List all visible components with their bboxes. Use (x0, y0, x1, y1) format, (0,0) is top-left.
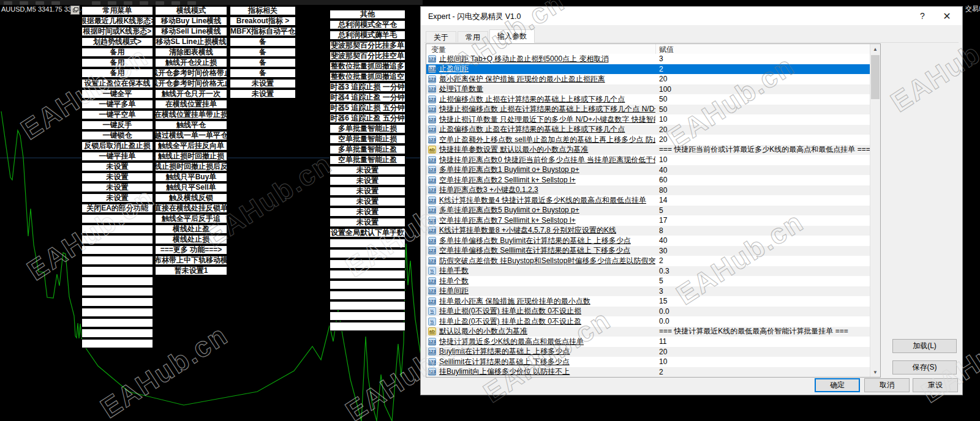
parameter-row[interactable]: 123挂Buylimit向上偏移多少价位 以防挂不上2 (426, 367, 870, 378)
parameter-value[interactable]: 11 (655, 337, 870, 346)
help-icon[interactable]: ? (911, 7, 934, 25)
menu-item-empty[interactable] (81, 287, 153, 296)
menu-item[interactable]: 越过横线一单一单平仓 (155, 131, 227, 140)
scrollbar-thumb[interactable] (871, 55, 880, 99)
parameter-row[interactable]: 123空单止盈额外上移点数 sell单止盈加点差的基础上再上移多少点 防止平台恶… (426, 135, 870, 145)
menu-item[interactable]: 触线开仓参考时间价格带止损 (155, 69, 227, 78)
menu-item[interactable]: 时器6 追踪止盈 五分钟 (330, 114, 405, 123)
menu-item-empty[interactable] (81, 266, 153, 275)
parameter-row[interactable]: 123止损间距 Tab+Q 移动止盈止损到5000点上 变相取消3 (426, 54, 870, 64)
parameter-value[interactable]: 40 (655, 166, 870, 174)
menu-item-empty[interactable] (330, 280, 405, 289)
ok-button[interactable]: 确定 (815, 378, 860, 392)
reset-button[interactable]: 重设 (913, 378, 958, 392)
menu-item-empty[interactable] (81, 297, 153, 307)
menu-item[interactable]: 未设置 (81, 173, 153, 182)
menu-item[interactable]: 多单批量智能止盈 (330, 145, 405, 154)
menu-item-empty[interactable] (81, 329, 153, 338)
menu-item-empty[interactable] (81, 245, 153, 255)
parameter-row[interactable]: 123止损偏移点数 止损在计算结果的基础上上移或下移几个点50 (426, 94, 870, 105)
menu-item[interactable]: 一键锁仓 (81, 131, 153, 140)
menu-item[interactable]: 未设置 (230, 89, 296, 99)
cancel-button[interactable]: 取消 (864, 378, 910, 392)
menu-item[interactable]: 触线开仓没止损 (155, 58, 227, 67)
menu-item[interactable]: 横线处止损 (155, 235, 227, 244)
menu-item[interactable]: 备 (230, 37, 296, 47)
menu-item-empty[interactable] (81, 339, 153, 348)
menu-item[interactable]: 备 (230, 69, 296, 78)
parameter-row[interactable]: 123多单挂单距离点数5 Buylimit o+ Buystop p+5 (426, 206, 870, 216)
parameter-row[interactable]: ab快捷挂单参数设置 默认以最小的小数点为基准=== 快捷距当前价或计算最近多少… (426, 145, 870, 155)
menu-item-empty[interactable] (330, 291, 405, 300)
parameter-row[interactable]: 123空单挂单距离点数7 Selllimit k+ Sellstop l+17 (426, 215, 870, 226)
menu-item[interactable]: 触线止损时回撤止损 (155, 152, 227, 161)
menu-item[interactable]: 触线只平Sell单 (155, 183, 227, 192)
menu-item-empty[interactable] (81, 225, 153, 234)
menu-item[interactable]: 一键平多单 (81, 100, 153, 109)
parameter-value[interactable]: 15 (655, 297, 870, 305)
parameter-value[interactable]: 80 (655, 186, 870, 195)
parameter-value[interactable]: 8 (655, 226, 870, 235)
parameter-value[interactable]: 3 (655, 54, 870, 63)
menu-item[interactable]: 备用 (81, 58, 153, 67)
parameter-row[interactable]: 123多单挂单偏移点数 Buylimit在计算结果的基础上 上移多少点40 (426, 236, 870, 246)
menu-item[interactable]: 空单批量智能止损 (330, 135, 405, 144)
parameter-row[interactable]: 123快捷止损偏移点数 止损在计算结果的基础上上移或下移几个点 N/D+小键盘?… (426, 105, 870, 115)
menu-item[interactable]: 空单批量智能止盈 (330, 155, 405, 165)
menu-item[interactable]: 未设置 (81, 183, 153, 192)
menu-item[interactable]: 跟布林带上中下轨移动横线 (155, 256, 227, 265)
parameter-row[interactable]: 123快捷止损订单数量 只处理最近下的多少单 N/D+小键盘数字 快捷智能止损1… (426, 114, 870, 125)
menu-item-empty[interactable] (330, 239, 405, 248)
menu-item[interactable]: 根据最近几根K线形态> (81, 17, 153, 26)
menu-item[interactable]: 触及横线反锁 (155, 193, 227, 203)
parameter-value[interactable]: 3 (655, 287, 870, 296)
parameter-row[interactable]: 123防假突破点差倍数 挂Buystop和Sellstop时偏移多少倍点差以防假… (426, 256, 870, 266)
parameter-row[interactable]: 123挂单间距3 (426, 286, 870, 297)
menu-item[interactable]: 设置止盈位在保本线 (81, 79, 153, 88)
parameter-row[interactable]: 123挂单最小距离 保险措施 距现价挂单的最小点数15 (426, 296, 870, 307)
menu-item[interactable]: 未设置 (330, 197, 405, 206)
menu-item-empty[interactable] (81, 308, 153, 317)
menu-item-empty[interactable] (330, 249, 405, 258)
menu-item[interactable]: 触线平仓 (155, 121, 227, 130)
parameter-value[interactable]: 5 (655, 277, 870, 285)
parameter-value[interactable]: 14 (655, 196, 870, 204)
menu-item-empty[interactable] (330, 311, 405, 321)
menu-item[interactable]: 一键平空单 (81, 110, 153, 119)
parameter-value[interactable]: === 快捷计算最近K线的最低最高价智能计算批量挂单 === (655, 326, 870, 337)
parameter-value[interactable]: 40 (655, 236, 870, 245)
save-button[interactable]: 保存(S) (892, 360, 957, 374)
menu-item[interactable]: 斐波那契百分比挂空单 (330, 51, 405, 61)
menu-item-empty[interactable] (330, 322, 405, 331)
menu-item[interactable]: 未设置 (230, 79, 296, 88)
parameter-value[interactable]: 50 (655, 105, 870, 114)
tab-inputs[interactable]: 输入参数 (489, 29, 535, 43)
parameter-row[interactable]: ab默认以最小的小数点为基准=== 快捷计算最近K线的最低最高价智能计算批量挂单… (426, 327, 870, 337)
parameter-row[interactable]: 123处理订单数量100 (426, 84, 870, 95)
parameter-value[interactable]: 2 (655, 368, 870, 376)
parameter-value[interactable]: 10 (655, 357, 870, 366)
parameter-row[interactable]: 123快捷计算最近多少K线的最高点和最低点挂单11 (426, 337, 870, 347)
parameter-row[interactable]: 123最小距离保护 保护措施 距现价的最小止盈止损距离20 (426, 74, 870, 84)
parameter-value[interactable]: 17 (655, 216, 870, 225)
menu-item[interactable]: 触线全平后挂反向单 (155, 141, 227, 151)
menu-item[interactable]: 清除图表横线 (155, 48, 227, 57)
parameter-row[interactable]: 123空单挂单偏移点数 Selllimit在计算结果的基础上 下移多少点30 (426, 246, 870, 256)
menu-item[interactable]: 关闭EA的部分功能 (81, 204, 153, 213)
menu-item[interactable]: 根据时间或K线形态> (81, 27, 153, 36)
menu-item[interactable]: 移动Buy Line横线 (155, 17, 227, 26)
parameter-row[interactable]: ½挂单止盈(0不设置) 挂单止盈点数 0不设止盈0.0 (426, 316, 870, 327)
menu-item-empty[interactable] (81, 214, 153, 223)
parameter-row[interactable]: 123Buylimit在计算结果的基础上 上移多少点20 (426, 347, 870, 357)
menu-item[interactable]: 斐波那契百分比挂多单 (330, 41, 405, 50)
parameter-row[interactable]: 123止盈偏移点数 止盈在计算结果的基础上上移或下移几个点20 (426, 125, 870, 135)
menu-item[interactable]: 备用 (81, 69, 153, 78)
menu-item[interactable]: 时器5 追踪止损 五分钟 (330, 103, 405, 113)
menu-item[interactable]: 一键全平 (81, 89, 153, 99)
load-button[interactable]: 加载(L) (892, 339, 957, 353)
menu-item[interactable]: 触线只平Buy单 (155, 173, 227, 182)
menu-item[interactable]: 一键反手 (81, 121, 153, 130)
close-icon[interactable]: ✕ (935, 7, 959, 25)
menu-item[interactable]: 设置全局默认下单手数 (330, 228, 405, 237)
menu-item[interactable]: 触线止损时回撤止损后反手 (155, 162, 227, 171)
